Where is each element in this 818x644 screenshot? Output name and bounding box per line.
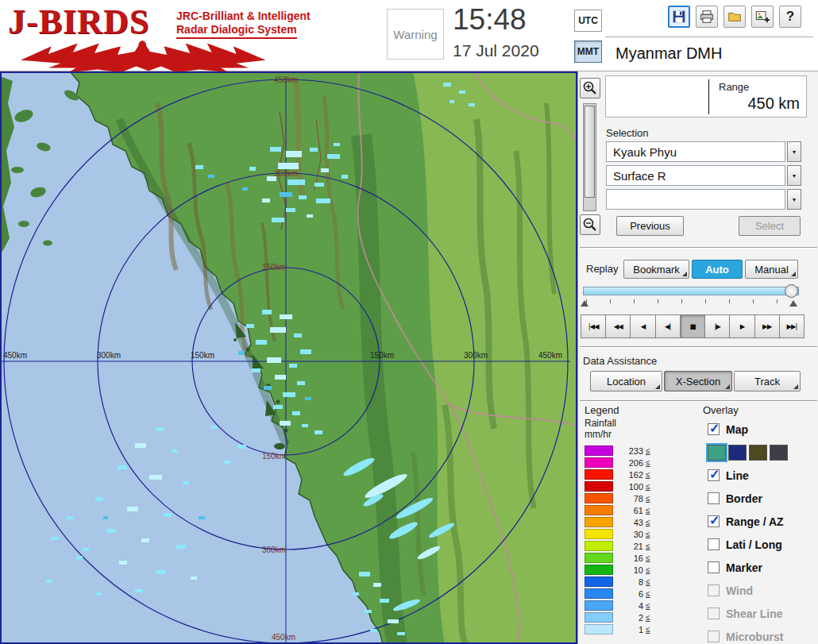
less-equal-icon: ≤ [646, 494, 650, 503]
chevron-down-icon[interactable]: ▼ [787, 189, 801, 210]
checkbox[interactable] [708, 538, 720, 550]
track-button[interactable]: Track [734, 371, 801, 391]
replay-slider-start-marker [581, 300, 588, 307]
export-image-button[interactable] [751, 6, 774, 28]
map-style-swatches [708, 441, 817, 464]
overlay-item-marker[interactable]: Marker [708, 556, 817, 579]
legend-color-swatch [585, 529, 613, 539]
product-dropdown[interactable]: Surface R ▼ [606, 165, 801, 186]
site-dropdown[interactable]: Kyauk Phyu ▼ [606, 141, 801, 162]
print-button[interactable] [696, 6, 718, 28]
legend-value: 1 [616, 625, 643, 634]
rainfall-legend: Rainfall mm/hr 233≤ 206≤ 162≤ 100≤ 78≤ 6… [585, 418, 697, 635]
overlay-item-label: Lati / Long [726, 538, 782, 551]
checkbox [708, 584, 720, 596]
zoom-in-button[interactable] [580, 78, 600, 98]
legend-row: 233≤ [585, 445, 697, 457]
warning-indicator: Warning [387, 9, 444, 60]
zoom-out-button[interactable] [580, 214, 600, 235]
checkbox[interactable] [708, 423, 720, 435]
fast-forward-button[interactable]: ▶▶ [754, 314, 780, 338]
eagle-icon [17, 35, 280, 73]
chevron-down-icon[interactable]: ▼ [787, 141, 801, 162]
less-equal-icon: ≤ [646, 506, 650, 515]
data-assistance-section-label: Data Assistance [583, 355, 657, 367]
map-style-option-1[interactable] [708, 445, 726, 461]
manual-button[interactable]: Manual [745, 260, 798, 279]
jbirds-app: J-BIRDS JRC-Brilliant & Intelligent Rada… [0, 0, 818, 644]
map-style-option-2[interactable] [728, 445, 747, 461]
bookmark-button[interactable]: Bookmark [623, 260, 689, 279]
overlay-options: Map Line Border Range / AZ [708, 418, 817, 644]
play-button[interactable]: ▶ [729, 314, 754, 338]
ring-label: 450km [274, 75, 298, 84]
range-display: Range 450 km [605, 75, 807, 118]
extra-dropdown-value[interactable] [606, 189, 785, 210]
open-folder-button[interactable] [723, 6, 746, 28]
save-button[interactable] [668, 6, 690, 28]
legend-value: 8 [616, 577, 643, 587]
legend-row: 43≤ [585, 516, 697, 528]
extra-dropdown[interactable]: ▼ [606, 189, 801, 210]
previous-button[interactable]: Previous [616, 216, 684, 236]
location-button[interactable]: Location [590, 371, 662, 391]
overlay-item-map[interactable]: Map [708, 418, 817, 441]
stop-button[interactable]: ■ [680, 314, 705, 338]
replay-slider-end-marker [789, 300, 797, 307]
checkbox[interactable] [708, 469, 720, 481]
legend-color-swatch [585, 588, 613, 599]
skip-to-end-button[interactable]: ▶▶| [779, 314, 804, 338]
play-backward-button[interactable]: ◀ [630, 314, 655, 338]
help-button[interactable]: ? [779, 6, 801, 28]
checkbox[interactable] [708, 492, 720, 504]
legend-value: 78 [616, 494, 643, 503]
less-equal-icon: ≤ [646, 446, 650, 455]
legend-color-swatch [585, 469, 613, 480]
zoom-slider-track[interactable] [583, 103, 596, 211]
station-name: Myanmar DMH [615, 44, 722, 63]
legend-value: 2 [616, 613, 643, 623]
less-equal-icon: ≤ [646, 458, 650, 467]
legend-color-swatch [585, 481, 613, 492]
overlay-item-label: Microburst [726, 631, 783, 643]
legend-row: 6≤ [585, 588, 697, 600]
select-button[interactable]: Select [739, 216, 801, 236]
legend-color-swatch [585, 541, 613, 551]
zoom-slider-thumb[interactable] [585, 106, 595, 198]
mmt-toggle-button[interactable]: MMT [574, 40, 602, 63]
step-forward-button[interactable]: |▶ [704, 314, 730, 338]
auto-button[interactable]: Auto [692, 260, 743, 279]
site-dropdown-value[interactable]: Kyauk Phyu [606, 141, 785, 162]
overlay-item-line[interactable]: Line [708, 464, 817, 487]
range-value: 450 km [747, 94, 800, 113]
legend-value: 206 [616, 458, 643, 468]
skip-to-start-button[interactable]: |◀◀ [581, 314, 606, 338]
step-back-button[interactable]: ◀| [655, 314, 681, 338]
replay-slider-track[interactable] [583, 287, 799, 295]
separator [580, 346, 817, 348]
overlay-item-label: Range / AZ [726, 515, 784, 528]
product-dropdown-value[interactable]: Surface R [606, 165, 785, 186]
legend-row: 10≤ [585, 564, 697, 576]
radar-map[interactable]: 450km 300km 150km 150km 300km 450km 450k… [0, 71, 577, 644]
overlay-item-label: Wind [726, 584, 753, 597]
chevron-down-icon[interactable]: ▼ [787, 165, 801, 186]
ring-label: 300km [262, 546, 286, 554]
replay-slider-thumb[interactable] [785, 284, 798, 298]
image-plus-icon [754, 9, 770, 25]
ring-label: 150km [262, 263, 286, 272]
map-style-option-3[interactable] [749, 445, 767, 461]
legend-row: 21≤ [585, 540, 697, 552]
checkbox[interactable] [708, 561, 720, 573]
checkbox[interactable] [708, 515, 720, 527]
legend-value: 162 [616, 470, 643, 480]
overlay-item-border[interactable]: Border [708, 487, 817, 510]
overlay-item-lati-long[interactable]: Lati / Long [708, 533, 817, 556]
map-style-option-4[interactable] [770, 445, 788, 461]
fast-rewind-button[interactable]: ◀◀ [605, 314, 631, 338]
utc-toggle-button[interactable]: UTC [574, 10, 602, 32]
legend-value: 30 [616, 530, 643, 539]
legend-row: 4≤ [585, 600, 697, 611]
x-section-button[interactable]: X-Section [664, 371, 732, 391]
overlay-item-range-az[interactable]: Range / AZ [708, 510, 817, 533]
